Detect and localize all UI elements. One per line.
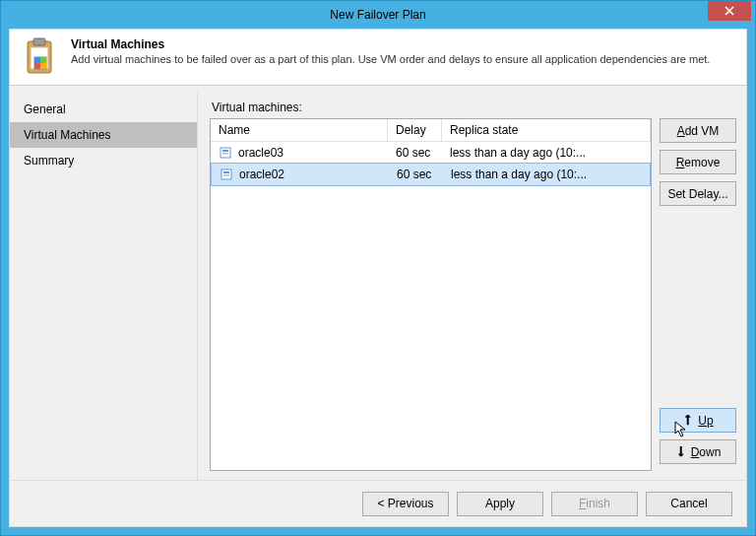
dialog-body: General Virtual Machines Summary Virtual… bbox=[10, 93, 746, 481]
table-header[interactable]: Name Delay Replica state bbox=[211, 119, 651, 142]
svg-rect-13 bbox=[223, 174, 229, 176]
close-button[interactable] bbox=[708, 1, 751, 21]
up-button[interactable]: 🠕 Up bbox=[660, 408, 736, 433]
svg-rect-4 bbox=[34, 57, 40, 63]
wizard-footer: < Previous Apply Finish Cancel bbox=[10, 480, 746, 526]
window-chrome: New Failover Plan Virtual Machines bbox=[0, 0, 756, 536]
apply-button[interactable]: Apply bbox=[457, 492, 543, 516]
down-button[interactable]: 🠗Down bbox=[660, 439, 736, 464]
vm-table[interactable]: Name Delay Replica state oracle03 60 sec… bbox=[210, 118, 652, 471]
cell-delay: 60 sec bbox=[389, 168, 443, 181]
table-row[interactable]: oracle03 60 sec less than a day ago (10:… bbox=[211, 142, 651, 164]
side-buttons: Add VM Remove Set Delay... 🠕 Up 🠗Down bbox=[660, 118, 736, 471]
add-vm-button[interactable]: Add VM bbox=[660, 118, 736, 143]
header-subtitle: Add virtual machines to be failed over a… bbox=[71, 52, 734, 67]
svg-rect-7 bbox=[40, 63, 46, 69]
svg-rect-5 bbox=[40, 57, 46, 63]
list-label: Virtual machines: bbox=[212, 100, 734, 114]
cell-name: oracle02 bbox=[239, 168, 284, 181]
col-replica[interactable]: Replica state bbox=[442, 119, 651, 141]
remove-button[interactable]: Remove bbox=[660, 150, 736, 174]
content-area: Virtual machines: Name Delay Replica sta… bbox=[198, 93, 746, 481]
vm-icon bbox=[220, 168, 233, 181]
finish-button: Finish bbox=[551, 492, 638, 516]
cancel-button[interactable]: Cancel bbox=[646, 492, 732, 516]
cell-name: oracle03 bbox=[238, 146, 284, 160]
svg-rect-6 bbox=[34, 63, 40, 69]
vm-icon bbox=[219, 146, 232, 160]
close-icon bbox=[724, 6, 734, 16]
previous-button[interactable]: < Previous bbox=[362, 492, 449, 516]
cell-replica: less than a day ago (10:... bbox=[442, 146, 651, 160]
wizard-sidebar: General Virtual Machines Summary bbox=[10, 93, 198, 481]
titlebar[interactable]: New Failover Plan bbox=[1, 1, 755, 28]
clipboard-vm-icon bbox=[22, 37, 61, 77]
sidebar-item-virtual-machines[interactable]: Virtual Machines bbox=[10, 122, 197, 148]
svg-rect-9 bbox=[222, 150, 228, 152]
svg-rect-10 bbox=[222, 153, 228, 155]
cell-replica: less than a day ago (10:... bbox=[443, 168, 650, 181]
sidebar-item-summary[interactable]: Summary bbox=[10, 148, 197, 173]
sidebar-item-general[interactable]: General bbox=[10, 97, 197, 122]
set-delay-button[interactable]: Set Delay... bbox=[660, 181, 736, 206]
arrow-down-icon: 🠗 bbox=[675, 445, 687, 459]
col-delay[interactable]: Delay bbox=[388, 119, 442, 141]
page-header: Virtual Machines Add virtual machines to… bbox=[10, 30, 746, 86]
dialog-frame: Virtual Machines Add virtual machines to… bbox=[9, 29, 747, 527]
svg-rect-12 bbox=[223, 171, 229, 173]
cell-delay: 60 sec bbox=[388, 146, 442, 160]
window-title: New Failover Plan bbox=[1, 8, 755, 22]
table-row[interactable]: oracle02 60 sec less than a day ago (10:… bbox=[211, 163, 651, 186]
svg-rect-1 bbox=[33, 38, 45, 45]
header-title: Virtual Machines bbox=[71, 37, 734, 51]
arrow-up-icon: 🠕 bbox=[682, 414, 694, 428]
col-name[interactable]: Name bbox=[211, 119, 388, 141]
